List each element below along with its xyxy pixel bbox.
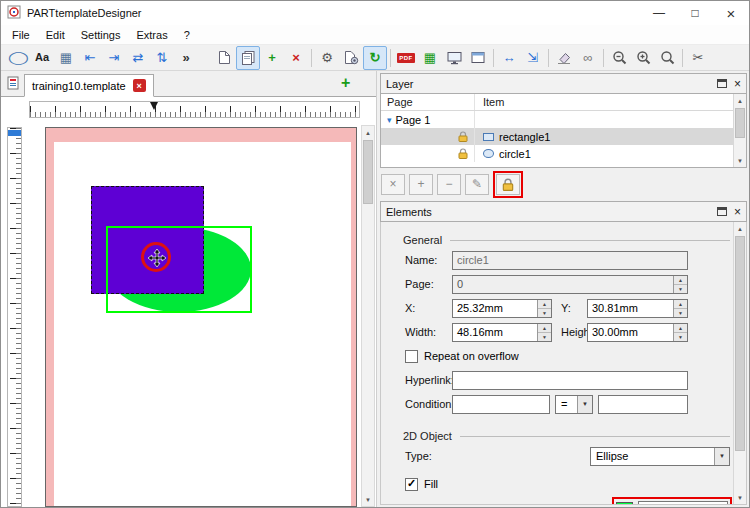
- scroll-up-icon[interactable]: ▲: [362, 126, 374, 139]
- ellipse-tool-icon[interactable]: ◯: [6, 46, 30, 70]
- table-tool-icon[interactable]: ▦: [54, 46, 78, 70]
- settings-gear-icon[interactable]: ⚙: [315, 46, 339, 70]
- template-page[interactable]: [45, 127, 357, 507]
- refresh-icon[interactable]: ↻: [363, 46, 387, 70]
- float-panel-icon[interactable]: [717, 207, 727, 216]
- reorder-icon[interactable]: ⇅: [150, 46, 174, 70]
- close-panel-icon[interactable]: ×: [734, 78, 741, 90]
- repeat-row: Repeat on overflow: [405, 346, 732, 366]
- condition-left-input[interactable]: [452, 395, 550, 414]
- fit-page-icon[interactable]: ⇲: [521, 46, 545, 70]
- spin-down-icon[interactable]: ▼: [538, 309, 551, 317]
- float-panel-icon[interactable]: [717, 79, 727, 88]
- spin-up-icon[interactable]: ▲: [538, 300, 551, 309]
- template-settings-icon[interactable]: [339, 46, 363, 70]
- minimize-button[interactable]: —: [641, 1, 677, 25]
- column-item[interactable]: Item: [475, 94, 733, 110]
- menu-extras[interactable]: Extras: [128, 27, 175, 43]
- color-swatch[interactable]: [616, 502, 633, 506]
- eraser-icon[interactable]: [552, 46, 576, 70]
- insert-right-icon[interactable]: ⇥: [102, 46, 126, 70]
- spin-up-icon[interactable]: ▲: [538, 324, 551, 333]
- close-button[interactable]: ×: [713, 1, 749, 25]
- scroll-down-icon[interactable]: ▼: [734, 491, 746, 504]
- design-canvas[interactable]: ▲ ▼: [1, 97, 376, 507]
- close-panel-icon[interactable]: ×: [734, 206, 741, 218]
- add-page-icon[interactable]: +: [260, 46, 284, 70]
- condition-right-input[interactable]: [598, 395, 688, 414]
- layer-table-scrollbar[interactable]: ▲ ▼: [733, 94, 746, 167]
- spin-up-icon[interactable]: ▲: [674, 300, 687, 309]
- spin-down-icon[interactable]: ▼: [674, 333, 687, 341]
- zoom-icon[interactable]: [655, 46, 679, 70]
- pages-icon[interactable]: [236, 46, 260, 70]
- layer-remove-icon[interactable]: −: [437, 174, 461, 195]
- spin-up-icon[interactable]: ▲: [674, 276, 687, 285]
- layer-tree-table: Page Item ▾ Page 1 rec: [380, 94, 747, 168]
- menu-edit[interactable]: Edit: [38, 27, 73, 43]
- swap-icon[interactable]: ⇄: [126, 46, 150, 70]
- dropdown-arrow-icon[interactable]: ▼: [714, 448, 729, 465]
- color-input[interactable]: #00ff40: [638, 501, 728, 506]
- zoom-in-icon[interactable]: [631, 46, 655, 70]
- menu-settings[interactable]: Settings: [73, 27, 129, 43]
- spin-up-icon[interactable]: ▲: [674, 324, 687, 333]
- scrollbar-thumb[interactable]: [735, 108, 745, 138]
- lock-icon: [501, 178, 515, 191]
- fill-checkbox[interactable]: [405, 478, 418, 491]
- scroll-up-icon[interactable]: ▲: [734, 222, 746, 235]
- repeat-on-overflow-checkbox[interactable]: [405, 350, 418, 363]
- canvas-vertical-scrollbar[interactable]: ▲ ▼: [361, 125, 375, 507]
- window-view-icon[interactable]: [466, 46, 490, 70]
- layer-table-header: Page Item: [381, 94, 733, 111]
- y-spinner[interactable]: 30.81mm ▲▼: [587, 299, 688, 318]
- width-spinner[interactable]: 48.16mm ▲▼: [452, 323, 552, 342]
- pdf-export-icon[interactable]: PDF: [394, 46, 418, 70]
- elements-scrollbar[interactable]: ▲ ▼: [733, 222, 746, 504]
- spin-down-icon[interactable]: ▼: [538, 333, 551, 341]
- scrollbar-thumb[interactable]: [363, 140, 373, 204]
- cut-icon[interactable]: ✂: [686, 46, 710, 70]
- dropdown-arrow-icon[interactable]: ▼: [577, 396, 592, 413]
- toolbar-overflow-chevron[interactable]: »: [174, 46, 198, 70]
- new-template-icon[interactable]: [212, 46, 236, 70]
- text-tool-icon[interactable]: Aa: [30, 46, 54, 70]
- x-spinner[interactable]: 25.32mm ▲▼: [452, 299, 552, 318]
- menu-help[interactable]: ?: [176, 27, 198, 43]
- insert-left-icon[interactable]: ⇤: [78, 46, 102, 70]
- spin-down-icon[interactable]: ▼: [674, 285, 687, 293]
- hyperlink-input[interactable]: [452, 371, 688, 390]
- add-tab-button[interactable]: +: [341, 74, 350, 92]
- scroll-down-icon[interactable]: ▼: [362, 493, 374, 506]
- tab-training10-template[interactable]: training10.template ×: [24, 74, 154, 97]
- fit-width-icon[interactable]: ↔: [497, 46, 521, 70]
- zoom-out-icon[interactable]: [607, 46, 631, 70]
- layer-lock-icon[interactable]: [496, 174, 520, 195]
- name-input[interactable]: circle1: [452, 251, 688, 270]
- layer-row-circle1[interactable]: circle1: [381, 145, 733, 162]
- link-icon[interactable]: ∞: [576, 46, 600, 70]
- layer-delete-icon[interactable]: ×: [381, 174, 405, 195]
- page-margin-top: [46, 128, 356, 142]
- scroll-up-icon[interactable]: ▲: [734, 94, 746, 107]
- table-export-icon[interactable]: ▦: [418, 46, 442, 70]
- maximize-button[interactable]: □: [677, 1, 713, 25]
- layer-add-icon[interactable]: +: [409, 174, 433, 195]
- ruler-marker-icon: [8, 130, 21, 136]
- page-spinner[interactable]: 0 ▲▼: [452, 275, 688, 294]
- delete-page-icon[interactable]: ×: [284, 46, 308, 70]
- scrollbar-thumb[interactable]: [735, 236, 745, 451]
- column-page[interactable]: Page: [381, 94, 475, 110]
- condition-operator-dropdown[interactable]: = ▼: [555, 395, 593, 414]
- layer-row-rectangle1[interactable]: rectangle1: [381, 128, 733, 145]
- expander-icon[interactable]: ▾: [387, 115, 392, 125]
- layer-row-page1[interactable]: ▾ Page 1: [381, 111, 733, 128]
- preview-monitor-icon[interactable]: [442, 46, 466, 70]
- type-dropdown[interactable]: Ellipse ▼: [590, 447, 730, 466]
- menu-file[interactable]: File: [4, 27, 38, 43]
- spin-down-icon[interactable]: ▼: [674, 309, 687, 317]
- tab-close-icon[interactable]: ×: [133, 79, 146, 92]
- height-spinner[interactable]: 30.00mm ▲▼: [587, 323, 688, 342]
- layer-edit-icon[interactable]: ✎: [465, 174, 489, 195]
- scroll-down-icon[interactable]: ▼: [734, 154, 746, 167]
